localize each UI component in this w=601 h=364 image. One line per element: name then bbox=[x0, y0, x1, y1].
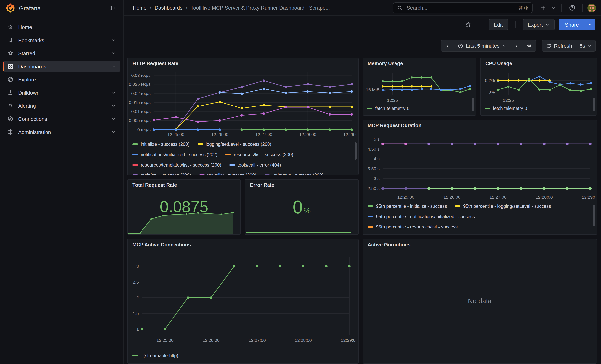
divider bbox=[515, 21, 515, 28]
zoom-out-button[interactable] bbox=[522, 40, 536, 52]
legend-item[interactable]: 95th percentile - resources/list - succe… bbox=[368, 223, 458, 230]
breadcrumb-dashboards[interactable]: Dashboards bbox=[155, 5, 182, 11]
add-button[interactable] bbox=[537, 2, 549, 13]
edit-button[interactable]: Edit bbox=[489, 19, 508, 30]
legend-color-dash bbox=[132, 164, 138, 166]
legend-item[interactable]: resources/list - success (200) bbox=[225, 151, 293, 158]
breadcrumb-home[interactable]: Home bbox=[133, 5, 147, 11]
share-menu-caret[interactable] bbox=[585, 19, 595, 30]
legend-item[interactable]: 95th percentile - notifications/initiali… bbox=[368, 213, 475, 220]
grafana-logo-icon[interactable] bbox=[6, 3, 15, 13]
legend-item[interactable]: tools/list - success (200) bbox=[199, 172, 256, 175]
sidebar-item-connections[interactable]: Connections bbox=[3, 113, 120, 124]
search-input-box[interactable]: ⌘+k bbox=[393, 2, 533, 13]
chevron-down-icon[interactable] bbox=[111, 38, 116, 42]
legend-item[interactable]: unknown - success (200) bbox=[264, 172, 324, 175]
legend-item[interactable]: 95th percentile - initialize - success bbox=[368, 203, 447, 209]
time-shift-back-button[interactable] bbox=[441, 40, 454, 52]
sidebar-item-home[interactable]: Home bbox=[3, 21, 120, 33]
legend-label: 95th percentile - notifications/initiali… bbox=[376, 214, 475, 219]
legend-item[interactable]: 95th percentile - logging/setLevel - suc… bbox=[455, 203, 551, 209]
sidebar-item-label: Starred bbox=[18, 50, 35, 56]
help-icon[interactable] bbox=[566, 2, 578, 13]
search-input[interactable] bbox=[406, 4, 518, 11]
error-rate-sparkline[interactable] bbox=[246, 229, 358, 234]
refresh-button[interactable]: Refresh bbox=[541, 40, 576, 52]
sidebar-item-drilldown[interactable]: Drilldown bbox=[3, 87, 120, 98]
legend-item[interactable]: fetch-telemetry-0 bbox=[367, 105, 410, 112]
add-chevron-icon[interactable] bbox=[550, 2, 556, 13]
legend-item[interactable]: tools/call - error (404) bbox=[229, 161, 281, 168]
svg-text:3.50 s: 3.50 s bbox=[368, 166, 380, 171]
mcp-request-duration-chart[interactable]: 5 s4.50 s4 s3.50 s3 s2.50 s12:25:0012:26… bbox=[364, 131, 595, 202]
time-range-picker[interactable]: Last 5 minutes bbox=[453, 40, 510, 52]
time-shift-forward-button[interactable] bbox=[510, 40, 523, 52]
cpu-usage-chart[interactable]: 0.2%0%12:25 bbox=[481, 68, 595, 103]
panel-title[interactable]: Active Goroutines bbox=[363, 239, 597, 247]
panel-title[interactable]: HTTP Request Rate bbox=[128, 58, 358, 66]
mcp-active-connections-chart[interactable]: 11.522.5312:25:0012:26:0012:27:0012:28:0… bbox=[128, 251, 356, 346]
sidebar-item-starred[interactable]: Starred bbox=[3, 48, 120, 59]
svg-text:12:29:00: 12:29:00 bbox=[582, 195, 595, 200]
legend-scrollbar[interactable] bbox=[593, 205, 595, 226]
legend-item[interactable]: 95th percentile - resources/templates/li… bbox=[368, 234, 479, 235]
panel-title[interactable]: MCP Active Connections bbox=[128, 239, 358, 247]
chevron-down-icon[interactable] bbox=[111, 90, 116, 95]
panel-title[interactable]: Total Request Rate bbox=[128, 180, 240, 188]
legend-item[interactable]: fetch-telemetry-0 bbox=[485, 105, 527, 112]
dock-sidebar-icon[interactable] bbox=[107, 2, 118, 13]
search-shortcut: ⌘+k bbox=[518, 5, 528, 10]
dashboard-toolbar: Edit Export Share bbox=[123, 16, 601, 33]
refresh-interval-picker[interactable]: 5s bbox=[576, 40, 596, 52]
chevron-down-icon bbox=[588, 43, 592, 48]
sidebar-item-label: Connections bbox=[18, 116, 47, 122]
chevron-down-icon[interactable] bbox=[111, 51, 116, 56]
legend-scrollbar[interactable] bbox=[593, 98, 595, 111]
legend-item[interactable]: resources/templates/list - success (200) bbox=[132, 161, 221, 168]
share-button[interactable]: Share bbox=[559, 19, 585, 30]
sidebar-item-administration[interactable]: Administration bbox=[3, 126, 120, 138]
sidebar-item-dashboards[interactable]: Dashboards bbox=[3, 61, 120, 72]
legend-item[interactable]: notifications/initialized - success (202… bbox=[132, 151, 217, 158]
sidebar-item-alerting[interactable]: Alerting bbox=[3, 100, 120, 111]
panel-title[interactable]: Memory Usage bbox=[363, 58, 476, 66]
svg-text:12:28:00: 12:28:00 bbox=[295, 338, 312, 343]
sidebar-item-bookmarks[interactable]: Bookmarks bbox=[3, 35, 120, 46]
legend-item[interactable]: tools/call - success (200) bbox=[132, 172, 191, 175]
refresh-group: Refresh 5s bbox=[541, 40, 596, 52]
bell-icon bbox=[7, 103, 13, 109]
svg-text:12:27:00: 12:27:00 bbox=[255, 132, 272, 137]
panel-title[interactable]: CPU Usage bbox=[481, 58, 597, 66]
legend-color-dash bbox=[132, 154, 138, 155]
user-avatar[interactable] bbox=[588, 3, 596, 12]
legend-scrollbar[interactable] bbox=[355, 142, 357, 160]
memory-usage-chart[interactable]: 16 MiB12:25 bbox=[364, 68, 474, 103]
legend-item[interactable]: initialize - success (200) bbox=[132, 141, 190, 148]
chevron-down-icon[interactable] bbox=[111, 103, 116, 108]
legend-color-dash bbox=[368, 226, 373, 227]
http-request-rate-chart[interactable]: 0 req/s0.005 req/s0.01 req/s0.015 req/s0… bbox=[128, 69, 357, 138]
svg-text:12:25:00: 12:25:00 bbox=[156, 338, 173, 343]
svg-text:0 req/s: 0 req/s bbox=[137, 127, 151, 132]
sidebar-item-explore[interactable]: Explore bbox=[3, 74, 120, 85]
legend-color-dash bbox=[229, 164, 235, 166]
panel-title[interactable]: Error Rate bbox=[245, 180, 358, 188]
legend-label: 95th percentile - initialize - success bbox=[376, 204, 447, 208]
svg-text:0.025 req/s: 0.025 req/s bbox=[129, 82, 151, 87]
export-button[interactable]: Export bbox=[522, 19, 555, 30]
compass-icon bbox=[7, 76, 13, 83]
favorite-star-icon[interactable] bbox=[463, 19, 474, 30]
chevron-down-icon[interactable] bbox=[111, 64, 116, 69]
legend-color-dash bbox=[368, 216, 373, 217]
drilldown-icon bbox=[7, 89, 13, 96]
svg-text:16 MiB: 16 MiB bbox=[366, 87, 380, 92]
svg-text:4.50 s: 4.50 s bbox=[368, 147, 380, 152]
panel-title[interactable]: MCP Request Duration bbox=[363, 120, 597, 128]
sidebar-header: Grafana bbox=[0, 0, 123, 16]
chevron-down-icon[interactable] bbox=[111, 117, 116, 121]
legend-item[interactable]: - (streamable-http) bbox=[132, 352, 178, 359]
panel-mcp-active-connections: MCP Active Connections 11.522.5312:25:00… bbox=[127, 239, 359, 364]
chevron-down-icon[interactable] bbox=[111, 129, 116, 134]
legend-item[interactable]: logging/setLevel - success (200) bbox=[197, 141, 271, 148]
legend-scrollbar[interactable] bbox=[472, 98, 474, 111]
